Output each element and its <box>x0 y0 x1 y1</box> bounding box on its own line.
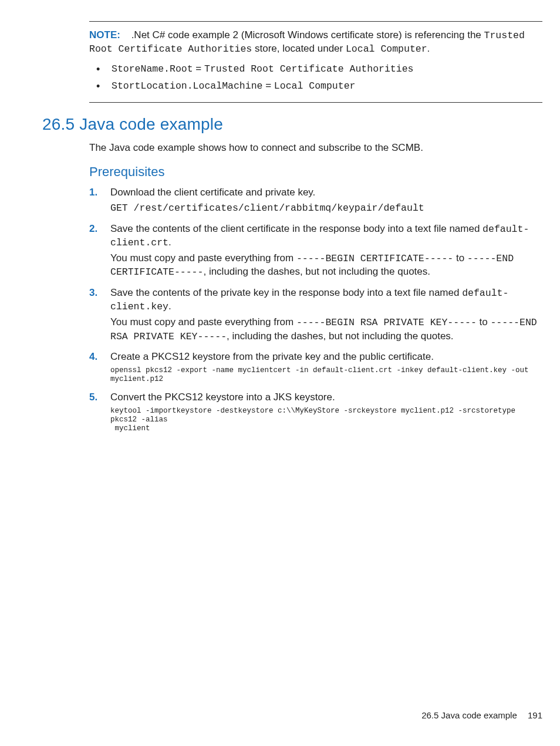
mono-text: -----BEGIN RSA PRIVATE KEY----- <box>296 317 477 328</box>
command-block: keytool -importkeystore -destkeystore c:… <box>110 407 542 433</box>
plain-text: . <box>168 301 171 312</box>
step-text: Create a PKCS12 keystore from the privat… <box>110 350 542 364</box>
prerequisites-steps: Download the client certificate and priv… <box>89 186 542 433</box>
plain-text: You must copy and paste everything from <box>110 252 296 264</box>
footer-page-number: 191 <box>528 710 542 720</box>
step-text: You must copy and paste everything from … <box>110 252 542 279</box>
step-text: You must copy and paste everything from … <box>110 316 542 343</box>
plain-text: Save the contents of the private key in … <box>110 287 462 298</box>
section-intro: The Java code example shows how to conne… <box>89 141 542 155</box>
note-text: .Net C# code example 2 (Microsoft Window… <box>131 29 484 40</box>
step-text: Convert the PKCS12 keystore into a JKS k… <box>110 391 542 404</box>
section-heading: 26.5 Java code example <box>42 113 542 136</box>
plain-text: , including the dashes, but not includin… <box>227 330 454 342</box>
note-mono: Local Computer <box>346 43 427 55</box>
mono-text: StoreName.Root <box>112 63 193 75</box>
note-block: NOTE: .Net C# code example 2 (Microsoft … <box>89 21 542 103</box>
page-footer: 26.5 Java code example 191 <box>421 710 542 721</box>
step-1: Download the client certificate and priv… <box>89 186 542 215</box>
step-text: Download the client certificate and priv… <box>110 186 542 200</box>
step-text: Save the contents of the client certific… <box>110 222 542 250</box>
step-4: Create a PKCS12 keystore from the privat… <box>89 350 542 384</box>
note-bullet-list: StoreName.Root = Trusted Root Certificat… <box>89 62 542 93</box>
step-code: GET /rest/certificates/client/rabbitmq/k… <box>110 202 542 215</box>
mono-text: StortLocation.LocalMachine <box>112 80 262 92</box>
plain-text: You must copy and paste everything from <box>110 316 296 328</box>
plain-text: = <box>262 80 274 91</box>
plain-text: , including the dashes, but not includin… <box>203 266 430 277</box>
prerequisites-heading: Prerequisites <box>89 163 542 181</box>
command-block: openssl pkcs12 -export -name myclientcer… <box>110 366 542 384</box>
note-label: NOTE: <box>89 29 120 40</box>
note-text: . <box>427 43 430 54</box>
mono-text: Trusted Root Certificate Authorities <box>204 63 413 75</box>
plain-text: . <box>168 237 171 248</box>
list-item: StortLocation.LocalMachine = Local Compu… <box>89 79 542 93</box>
mono-text: -----BEGIN CERTIFICATE----- <box>296 253 453 264</box>
mono-text: Local Computer <box>274 80 356 92</box>
step-5: Convert the PKCS12 keystore into a JKS k… <box>89 391 542 433</box>
note-text: store, located under <box>252 43 346 54</box>
plain-text: to <box>477 316 491 328</box>
step-2: Save the contents of the client certific… <box>89 222 542 279</box>
step-3: Save the contents of the private key in … <box>89 286 542 343</box>
plain-text: = <box>193 63 204 74</box>
note-paragraph: NOTE: .Net C# code example 2 (Microsoft … <box>89 29 542 56</box>
footer-section-title: 26.5 Java code example <box>421 710 517 720</box>
list-item: StoreName.Root = Trusted Root Certificat… <box>89 62 542 76</box>
step-text: Save the contents of the private key in … <box>110 286 542 314</box>
plain-text: Save the contents of the client certific… <box>110 223 483 234</box>
plain-text: to <box>453 252 467 264</box>
